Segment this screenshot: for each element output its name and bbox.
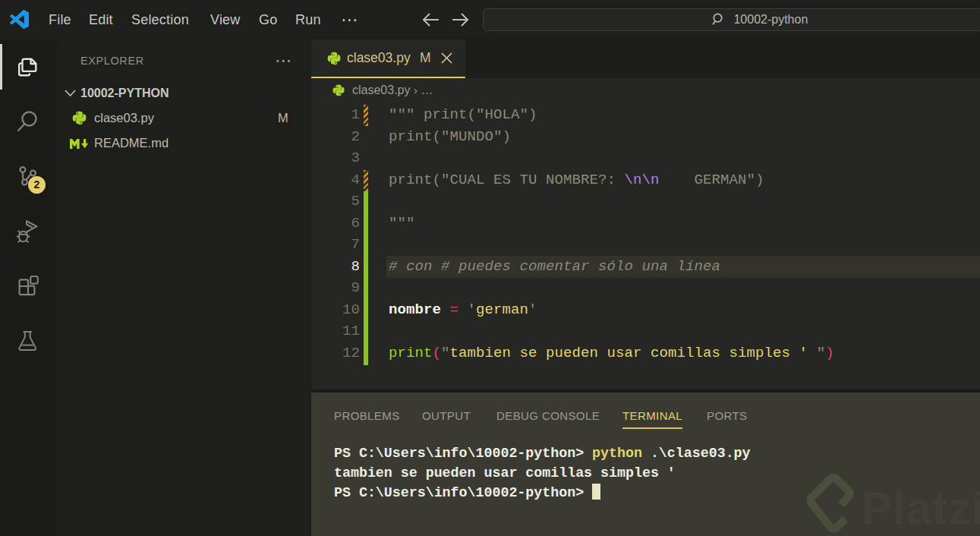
svg-text:Platzi: Platzi bbox=[862, 483, 980, 534]
